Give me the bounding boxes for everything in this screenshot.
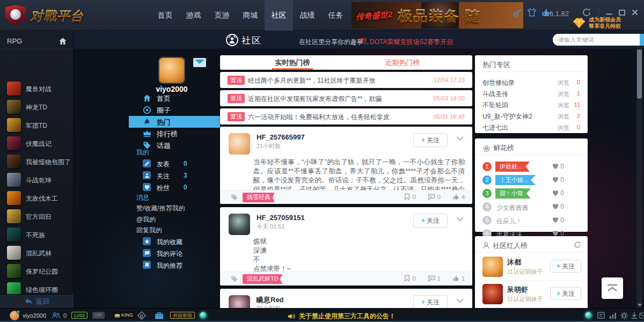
tab-home[interactable]: 首页 bbox=[151, 0, 179, 31]
gear-icon[interactable] bbox=[620, 311, 628, 320]
post-avatar[interactable] bbox=[229, 133, 250, 155]
tab-mall[interactable]: 商城 bbox=[236, 0, 265, 31]
post-username[interactable]: HF_257059151 bbox=[257, 214, 305, 222]
game-item[interactable]: 斗战乾坤 bbox=[0, 171, 74, 189]
post-tag[interactable]: 残雪经典 bbox=[243, 193, 275, 202]
my-fans-row[interactable]: 粉丝 0 bbox=[129, 182, 220, 193]
key-icon[interactable] bbox=[513, 8, 523, 17]
profile-avatar[interactable] bbox=[159, 58, 184, 83]
follow-button[interactable]: 关注 bbox=[550, 287, 581, 300]
hot-zone-row[interactable]: 不坠轮回浏览11 bbox=[475, 99, 588, 111]
flower-rank-row[interactable]: 2 丨王小姐... 0 bbox=[475, 174, 588, 187]
scroll-to-top-button[interactable] bbox=[602, 277, 623, 299]
pinned-post[interactable]: 置顶 六一活动开始啦！免费福利大放送，任务轻松拿皮 05/31 16:48 bbox=[220, 108, 472, 125]
download-icon[interactable] bbox=[630, 311, 639, 320]
post-tag[interactable]: 混乱武林TD bbox=[243, 274, 283, 284]
community-nav-home[interactable]: 首页 bbox=[129, 92, 220, 104]
statusbar-username[interactable]: viyo2000 bbox=[23, 312, 46, 319]
my-following-row[interactable]: 关注 3 bbox=[129, 170, 220, 181]
vip-badge[interactable]: VIP bbox=[92, 312, 105, 319]
community-announcement[interactable]: DOTA荣耀竞技场S2赛季开启 bbox=[370, 38, 453, 47]
search-input[interactable] bbox=[553, 34, 640, 46]
game-item[interactable]: 不死族 bbox=[0, 225, 74, 244]
hot-zone-row[interactable]: 创世修仙录浏览0 bbox=[475, 77, 588, 88]
refresh-icon[interactable] bbox=[574, 241, 581, 248]
my-recommendations-row[interactable]: 我的推荐 bbox=[129, 260, 220, 271]
vertical-scrollbar[interactable] bbox=[636, 32, 642, 308]
messages-likes-item[interactable]: 赞/收藏/推荐我的 bbox=[136, 204, 185, 213]
flower-rank-row[interactable]: 1 伊娃娃... 0 bbox=[475, 161, 588, 174]
game-item[interactable]: 伏魔战记 bbox=[0, 134, 74, 152]
game-item[interactable]: 我被怪物包围了 bbox=[0, 152, 74, 171]
chevron-down-icon[interactable] bbox=[456, 217, 464, 222]
home-icon[interactable] bbox=[58, 37, 67, 46]
post-username[interactable]: HF_257665997 bbox=[257, 133, 305, 141]
mail-icon[interactable] bbox=[193, 58, 206, 67]
celebrity-avatar[interactable] bbox=[482, 284, 503, 304]
community-nav-circles[interactable]: 圈子 bbox=[129, 104, 220, 116]
like-count[interactable]: 1 bbox=[452, 275, 465, 282]
flower-rank-row[interactable]: 5 任朵儿丶 0 bbox=[475, 215, 588, 228]
like-count[interactable]: 4 bbox=[452, 193, 465, 200]
follow-button[interactable]: 关注 bbox=[413, 295, 448, 309]
back-button[interactable]: 返回 bbox=[0, 294, 74, 308]
follow-button[interactable]: 关注 bbox=[413, 133, 448, 147]
follow-button[interactable]: 关注 bbox=[550, 260, 581, 273]
orb-icon[interactable] bbox=[200, 312, 207, 319]
hot-zone-row[interactable]: 七进七出浏览0 bbox=[475, 122, 588, 133]
my-favorites-row[interactable]: 我的收藏 bbox=[129, 236, 220, 247]
game-item[interactable]: 混乱武林 bbox=[0, 244, 74, 262]
messages-mentions-item[interactable]: @我的 bbox=[136, 215, 156, 224]
scrollbar-down-arrow[interactable] bbox=[638, 304, 642, 306]
statusbar-announcement[interactable]: 关于禁止使用第三方工具的公告！ bbox=[288, 312, 396, 321]
briefcase-icon[interactable] bbox=[155, 312, 164, 319]
messages-replies-item[interactable]: 回复我的 bbox=[136, 226, 162, 235]
my-comments-row[interactable]: 我的评论 bbox=[129, 248, 220, 259]
celebrity-row[interactable]: 沐都 11认证萌妹子 关注 bbox=[475, 253, 588, 280]
report-note-icon[interactable] bbox=[597, 311, 605, 320]
level-badge[interactable]: LV02 bbox=[71, 312, 87, 319]
game-item[interactable]: 军团TD bbox=[0, 116, 74, 134]
game-item[interactable]: 侏罗纪公园 bbox=[0, 262, 74, 280]
chevron-down-icon[interactable] bbox=[456, 136, 464, 141]
hot-zone-row[interactable]: U9_新-守护女神2浏览2 bbox=[475, 111, 588, 122]
search-button[interactable] bbox=[640, 34, 644, 46]
favorite-count[interactable]: 0 bbox=[404, 275, 416, 282]
post-avatar[interactable] bbox=[229, 214, 250, 235]
tab-realtime-hot[interactable]: 实时热门榜 bbox=[239, 55, 346, 70]
community-nav-hot[interactable]: 热门 bbox=[129, 116, 220, 128]
favorite-count[interactable]: 0 bbox=[404, 193, 416, 200]
community-nav-rankings[interactable]: 排行榜 bbox=[129, 128, 220, 140]
orb-icon[interactable] bbox=[585, 312, 592, 319]
flower-rank-row[interactable]: 3 甜丶小筒 0 bbox=[475, 188, 588, 201]
tab-recent-hot[interactable]: 近期热门榜 bbox=[349, 55, 456, 70]
post-username[interactable]: 瞒息Red bbox=[257, 295, 284, 305]
comment-count[interactable]: 1 bbox=[428, 275, 441, 282]
chevron-down-icon[interactable] bbox=[456, 298, 464, 303]
celebrity-row[interactable]: 呆萌虾 11认证萌妹子 关注 bbox=[475, 281, 588, 308]
follow-button[interactable]: 关注 bbox=[413, 214, 448, 228]
flower-rank-row[interactable]: 4 少女酱酱酱 0 bbox=[475, 201, 588, 214]
tab-community[interactable]: 社区 bbox=[265, 0, 293, 31]
stats-chart-icon[interactable] bbox=[609, 311, 617, 320]
pinned-post[interactable]: 置顶 经过两个多月的更新**，11社区终于重新开放 12/04 17:23 bbox=[220, 72, 472, 88]
game-item[interactable]: 官方回归 bbox=[0, 207, 74, 225]
wardrobe-icon[interactable] bbox=[527, 8, 537, 17]
game-item[interactable]: 魔兽对战 bbox=[0, 79, 74, 98]
pinned-post[interactable]: 置顶 近期在社区中发现有玩家发布虚假广告**，欺骗 05/03 18:00 bbox=[220, 90, 472, 106]
game-item[interactable]: 神龙TD bbox=[0, 98, 74, 116]
friends-icon[interactable] bbox=[52, 312, 61, 319]
report-badge[interactable]: 外挂举报 bbox=[170, 312, 195, 319]
mail-icon[interactable] bbox=[639, 311, 644, 320]
game-item[interactable]: 无敌伐木工 bbox=[0, 189, 74, 207]
my-posts-row[interactable]: 发表 0 bbox=[129, 158, 220, 170]
ad-banner[interactable]: 传奇盛世2 极品装备 随 bbox=[352, 2, 523, 28]
tab-games[interactable]: 游戏 bbox=[179, 0, 208, 31]
tab-records[interactable]: 战绩 bbox=[293, 0, 321, 31]
tab-tasks[interactable]: 任务 bbox=[321, 0, 350, 31]
hot-zone-row[interactable]: 斗战圣传浏览1 bbox=[475, 88, 588, 99]
tab-webgames[interactable]: 页游 bbox=[208, 0, 236, 31]
membership-banner[interactable]: 成为新锐会员 尊享非凡特权 bbox=[572, 15, 644, 31]
comment-count[interactable]: 0 bbox=[428, 194, 441, 200]
celebrity-avatar[interactable] bbox=[482, 257, 503, 277]
